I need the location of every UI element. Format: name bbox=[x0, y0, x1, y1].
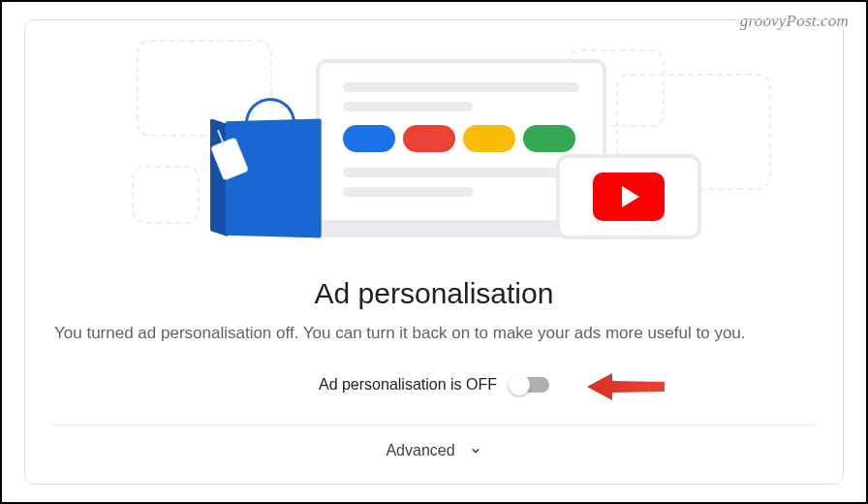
chevron-down-icon bbox=[469, 444, 482, 457]
toggle-row: Ad personalisation is OFF bbox=[25, 376, 843, 394]
annotation-arrow-icon bbox=[587, 370, 665, 407]
settings-card: Ad personalisation You turned ad persona… bbox=[24, 19, 844, 485]
shopping-bag-illustration bbox=[224, 96, 321, 236]
phone-illustration bbox=[556, 154, 701, 239]
decorative-pattern bbox=[132, 166, 200, 224]
personalisation-toggle[interactable] bbox=[511, 377, 549, 393]
advanced-label: Advanced bbox=[386, 442, 454, 459]
toggle-label: Ad personalisation is OFF bbox=[319, 376, 497, 394]
svg-marker-0 bbox=[587, 373, 665, 400]
page-description: You turned ad personalisation off. You c… bbox=[25, 324, 843, 343]
page-title: Ad personalisation bbox=[315, 277, 554, 310]
youtube-icon bbox=[593, 173, 665, 221]
outer-frame: groovyPost.com bbox=[0, 0, 868, 504]
hero-illustration bbox=[25, 20, 843, 248]
advanced-button[interactable]: Advanced bbox=[25, 425, 843, 476]
